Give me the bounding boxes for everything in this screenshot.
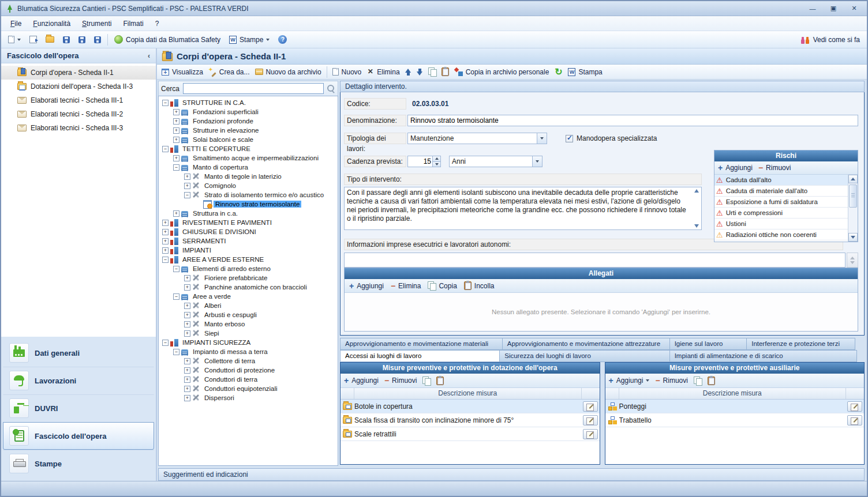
collapse-sidebar-icon[interactable]: ‹ xyxy=(148,52,150,60)
tree-node[interactable]: + IMPIANTI xyxy=(160,246,338,255)
scroll-down-button[interactable] xyxy=(848,233,858,242)
expand-toggle[interactable]: − xyxy=(162,100,169,106)
rischi-aggiungi-button[interactable]: +Aggiungi xyxy=(718,164,753,172)
expand-toggle[interactable]: − xyxy=(173,266,179,272)
menu-item[interactable]: Filmati xyxy=(117,17,149,30)
risk-item[interactable]: ⚠ Ustioni xyxy=(714,219,848,229)
edit-note-button[interactable] xyxy=(583,429,598,439)
save-all-button[interactable] xyxy=(76,35,88,44)
table-row[interactable]: Botole in copertura xyxy=(341,400,600,413)
tab[interactable]: Interferenze e protezione terzi xyxy=(746,338,855,350)
tree-node[interactable]: − STRUTTURE IN C.A. xyxy=(160,98,338,107)
tab[interactable]: Sicurezza dei luoghi di lavoro xyxy=(499,350,669,362)
expand-toggle[interactable]: + xyxy=(162,238,169,244)
spin-down-button[interactable] xyxy=(433,161,440,167)
allegati-copia-button[interactable]: Copia xyxy=(428,281,457,290)
nuovo-da-archivio-button[interactable]: Nuovo da archivio xyxy=(255,68,321,76)
tab[interactable]: Igiene sul lavoro xyxy=(669,338,747,350)
expand-toggle[interactable]: + xyxy=(184,358,190,364)
copia-archivio-button[interactable]: Copia in archivio personale xyxy=(454,68,549,76)
expand-toggle[interactable]: + xyxy=(184,303,190,309)
scroll-up-icon[interactable] xyxy=(694,189,699,193)
tree-node[interactable]: − TETTI E COPERTURE xyxy=(160,144,338,153)
misure-dot-copy-button[interactable] xyxy=(422,376,431,385)
elimina-button[interactable]: ✕Elimina xyxy=(366,68,399,76)
edit-note-button[interactable] xyxy=(583,415,598,426)
tree-node[interactable]: + Conduttori di protezione xyxy=(160,366,338,375)
expand-toggle[interactable]: + xyxy=(184,395,190,401)
table-row[interactable]: Trabattello xyxy=(605,413,865,427)
scroll-up-button[interactable] xyxy=(848,175,858,183)
expand-toggle[interactable]: + xyxy=(184,183,190,189)
allegati-aggiungi-button[interactable]: +Aggiungi xyxy=(349,282,384,290)
paste-button[interactable] xyxy=(442,67,449,76)
sidebar-item[interactable]: Dotazioni dell'opera - Scheda II-3 xyxy=(1,80,156,93)
tipologia-select[interactable]: Manutenzione xyxy=(407,133,547,144)
new-document-button[interactable] xyxy=(6,35,23,44)
expand-toggle[interactable]: − xyxy=(162,340,169,346)
sidebar-nav-button[interactable]: Fascicolo dell'opera xyxy=(3,422,154,450)
misure-dot-aggiungi-button[interactable]: +Aggiungi xyxy=(344,376,379,385)
risk-item[interactable]: ⚠ Esposizione a fumi di saldatura xyxy=(714,197,848,208)
minimize-button[interactable]: — xyxy=(805,4,821,13)
tree-node[interactable]: + Conduttori equipotenziali xyxy=(160,384,338,393)
misure-aux-rimuovi-button[interactable]: −Rimuovi xyxy=(655,376,688,385)
expand-toggle[interactable]: − xyxy=(184,192,190,198)
textarea-scrollbar[interactable] xyxy=(692,188,701,229)
tree-node[interactable]: + Fondazioni profonde xyxy=(160,116,338,126)
tree-node[interactable]: + Comignolo xyxy=(160,181,338,190)
dropdown-button[interactable] xyxy=(532,156,542,167)
menu-item[interactable]: Funzionalità xyxy=(27,17,76,30)
suggerimenti-bar[interactable]: Suggerimenti ed indicazioni xyxy=(158,468,865,481)
tree-node[interactable]: − Impianto di messa a terra xyxy=(160,347,338,356)
expand-toggle[interactable]: + xyxy=(184,275,190,281)
tree-node[interactable]: + Smaltimento acque e impermeabilizzazio… xyxy=(160,153,338,163)
save-as-button[interactable] xyxy=(92,35,103,44)
expand-toggle[interactable]: + xyxy=(173,155,179,161)
tree-node[interactable]: − AREE A VERDE ESTERNE xyxy=(160,255,338,264)
tree-node[interactable]: + Manto di tegole in laterizio xyxy=(160,172,338,181)
tree-node[interactable]: + CHIUSURE E DIVISIONI xyxy=(160,227,338,236)
vedi-come-si-fa-button[interactable]: Vedi come si fa xyxy=(798,35,862,45)
edit-note-button[interactable] xyxy=(847,415,862,426)
sidebar-nav-button[interactable]: Stampe xyxy=(3,450,154,477)
open-button[interactable] xyxy=(43,35,57,44)
tab[interactable]: Approvvigionamento e movimentazione mate… xyxy=(340,338,503,350)
copia-dati-safety-button[interactable]: Copia dati da Blumatica Safety xyxy=(112,34,223,45)
tree-node[interactable]: + SERRAMENTI xyxy=(160,236,338,246)
tree-node[interactable]: + Struttura in c.a. xyxy=(160,209,338,218)
expand-toggle[interactable]: + xyxy=(184,367,190,374)
expand-toggle[interactable]: + xyxy=(162,229,169,235)
edit-note-button[interactable] xyxy=(583,401,598,412)
risk-item[interactable]: ⚠ Caduta dall'alto xyxy=(714,175,848,186)
risk-item[interactable]: ⚠ Urti e compressioni xyxy=(714,208,848,219)
tree-node[interactable]: + Panchine anatomiche con braccioli xyxy=(160,283,338,292)
expand-toggle[interactable]: + xyxy=(184,174,190,180)
expand-toggle[interactable]: + xyxy=(173,118,179,125)
tab[interactable]: Accessi ai luoghi di lavoro xyxy=(340,350,500,362)
stampa-button[interactable]: Stampa xyxy=(568,68,602,76)
manodopera-checkbox[interactable] xyxy=(566,135,573,142)
import-button[interactable] xyxy=(27,35,39,44)
crea-da-button[interactable]: Crea da... xyxy=(208,68,250,76)
sidebar-item[interactable]: Corpi d'opera - Scheda II-1 xyxy=(1,66,156,80)
allegati-incolla-button[interactable]: Incolla xyxy=(464,281,495,290)
sidebar-nav-button[interactable]: DUVRI xyxy=(3,394,154,422)
expand-toggle[interactable]: + xyxy=(184,376,190,383)
info-imprese-input[interactable] xyxy=(344,253,845,268)
tipo-intervento-textarea[interactable]: Con il passare degli anni gli elementi i… xyxy=(344,187,702,230)
cadenza-value-input[interactable] xyxy=(408,156,432,167)
risk-item[interactable]: ⚠ Caduta di materiale dall'alto xyxy=(714,186,848,197)
tree-node[interactable]: + Conduttori di terra xyxy=(160,375,338,384)
scroll-down-icon[interactable] xyxy=(694,224,699,228)
expand-toggle[interactable]: + xyxy=(162,220,169,226)
expand-toggle[interactable]: + xyxy=(173,109,179,115)
search-icon[interactable] xyxy=(327,85,335,93)
table-row[interactable]: Scale retrattili xyxy=(341,427,600,441)
tab[interactable]: Impianti di alimentazione e di scarico xyxy=(669,350,857,362)
expand-toggle[interactable]: + xyxy=(184,330,190,337)
tree-node[interactable]: + Siepi xyxy=(160,329,338,338)
expand-toggle[interactable]: + xyxy=(184,284,190,291)
tree-node[interactable]: − Aree a verde xyxy=(160,292,338,301)
expand-toggle[interactable]: + xyxy=(173,127,179,134)
